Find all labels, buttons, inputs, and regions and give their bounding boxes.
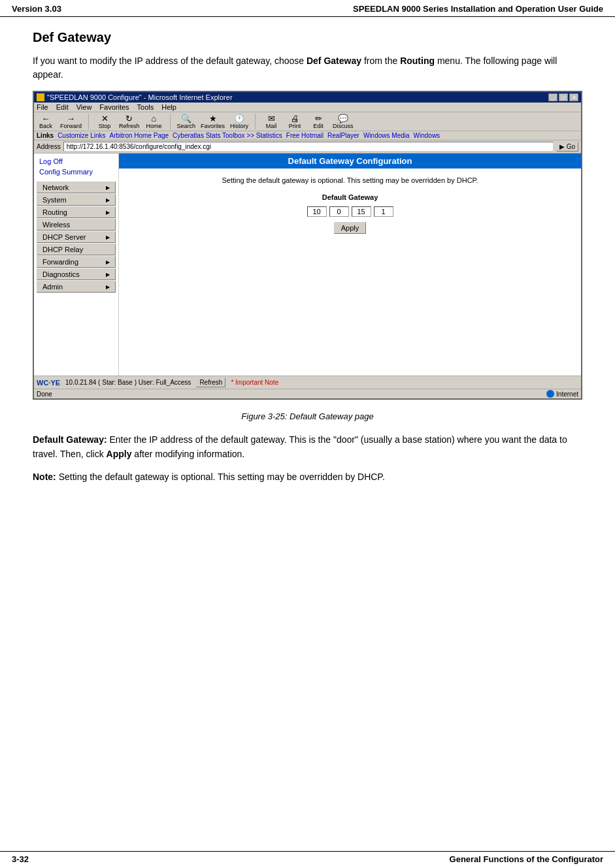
link-realplayer[interactable]: RealPlayer <box>327 132 359 139</box>
history-icon: 🕐 <box>234 114 244 123</box>
browser-menubar[interactable]: File Edit View Favorites Tools Help <box>34 103 581 112</box>
go-button[interactable]: ▶ Go <box>556 142 578 152</box>
sidebar-wireless-label: Wireless <box>42 221 70 229</box>
window-controls[interactable]: _ □ ✕ <box>548 93 578 101</box>
menu-help[interactable]: Help <box>161 103 176 111</box>
figure-caption: Figure 3-25: Default Gateway page <box>33 411 582 421</box>
default-gateway-label: Default Gateway <box>132 193 568 201</box>
sidebar-item-network[interactable]: Network ▶ <box>37 182 116 193</box>
sidebar-item-admin[interactable]: Admin ▶ <box>37 281 116 293</box>
sidebar-item-dhcp-relay[interactable]: DHCP Relay <box>37 244 116 255</box>
search-button[interactable]: 🔍 Search <box>177 114 196 129</box>
titlebar-left: "SPEEDLAN 9000 Configure" - Microsoft In… <box>37 93 233 101</box>
sidebar-divider <box>34 177 118 181</box>
mail-button[interactable]: ✉ Mail <box>262 114 280 129</box>
desc-apply-bold: Apply <box>107 449 132 459</box>
back-icon: ← <box>42 114 50 123</box>
note-paragraph: Note: Setting the default gateway is opt… <box>33 470 582 485</box>
history-button[interactable]: 🕐 History <box>230 114 248 129</box>
print-button[interactable]: 🖨 Print <box>286 114 304 129</box>
main-content: Def Gateway If you want to modify the IP… <box>0 17 615 533</box>
internet-indicator: Internet <box>546 390 578 398</box>
toolbar-sep-2 <box>170 114 171 129</box>
footer-refresh-button[interactable]: Refresh <box>196 378 225 387</box>
forward-button[interactable]: → Forward <box>60 114 82 129</box>
mail-label: Mail <box>266 123 277 129</box>
toolbar-sep-1 <box>88 114 89 129</box>
menu-favorites[interactable]: Favorites <box>99 103 129 111</box>
discuss-button[interactable]: 💬 Discuss <box>333 114 354 129</box>
link-windows-media[interactable]: Windows Media <box>363 132 410 139</box>
sidebar-item-wireless[interactable]: Wireless <box>37 219 116 231</box>
maximize-button[interactable]: □ <box>559 93 568 101</box>
intro-bold-routing: Routing <box>400 56 435 66</box>
favorites-label: Favorites <box>201 123 225 129</box>
links-label: Links <box>37 132 54 139</box>
browser-content-area: Log Off Config Summary Network ▶ System … <box>34 153 581 376</box>
ip-field-1[interactable] <box>307 206 327 217</box>
link-cyberatlas[interactable]: Cyberatlas Stats Toolbox >> Statistics <box>173 132 282 139</box>
stop-label: Stop <box>99 123 111 129</box>
intro-text-2: from the <box>361 56 400 66</box>
forward-label: Forward <box>60 123 82 129</box>
section-title: Def Gateway <box>33 30 582 45</box>
page-footer: 3-32 General Functions of the Configurat… <box>0 851 615 868</box>
back-button[interactable]: ← Back <box>37 114 55 129</box>
page-number: 3-32 <box>12 854 29 864</box>
toolbar-sep-3 <box>255 114 256 129</box>
browser-title: "SPEEDLAN 9000 Configure" - Microsoft In… <box>47 93 233 101</box>
sidebar-item-routing[interactable]: Routing ▶ <box>37 206 116 218</box>
minimize-button[interactable]: _ <box>548 93 557 101</box>
footer-ip-info: 10.0.21.84 ( Star: Base ) User: Full_Acc… <box>65 379 191 386</box>
search-icon: 🔍 <box>181 114 191 123</box>
sidebar-item-forwarding[interactable]: Forwarding ▶ <box>37 256 116 268</box>
page-header: Version 3.03 SPEEDLAN 9000 Series Instal… <box>0 0 615 17</box>
sidebar-config-summary[interactable]: Config Summary <box>34 167 118 177</box>
menu-edit[interactable]: Edit <box>56 103 69 111</box>
sidebar-dhcp-server-label: DHCP Server <box>42 233 86 241</box>
sidebar-diagnostics-label: Diagnostics <box>42 270 80 278</box>
edit-button[interactable]: ✏ Edit <box>309 114 327 129</box>
favorites-button[interactable]: ★ Favorites <box>201 114 225 129</box>
print-icon: 🖨 <box>291 114 299 123</box>
sidebar-item-system[interactable]: System ▶ <box>37 194 116 206</box>
refresh-button[interactable]: ↻ Refresh <box>119 114 140 129</box>
sidebar-dhcp-relay-label: DHCP Relay <box>42 246 83 253</box>
apply-button[interactable]: Apply <box>334 222 367 234</box>
refresh-icon: ↻ <box>125 114 133 123</box>
sidebar-item-dhcp-server[interactable]: DHCP Server ▶ <box>37 231 116 243</box>
address-input[interactable] <box>63 142 554 152</box>
sidebar-forwarding-arrow: ▶ <box>106 259 110 265</box>
link-customize[interactable]: Customize Links <box>58 132 105 139</box>
internet-label: Internet <box>556 391 578 398</box>
sidebar-system-label: System <box>42 196 67 204</box>
sidebar-admin-label: Admin <box>42 283 63 291</box>
ip-field-2[interactable] <box>329 206 349 217</box>
link-hotmail[interactable]: Free Hotmail <box>286 132 324 139</box>
ip-field-3[interactable] <box>352 206 371 217</box>
note-bold-label: Note: <box>33 472 56 482</box>
forward-icon: → <box>67 114 75 123</box>
stop-icon: ✕ <box>101 114 108 123</box>
mail-icon: ✉ <box>268 114 275 123</box>
edit-icon: ✏ <box>315 114 322 123</box>
sidebar-item-diagnostics[interactable]: Diagnostics ▶ <box>37 268 116 280</box>
menu-file[interactable]: File <box>37 103 48 111</box>
link-arbitron[interactable]: Arbitron Home Page <box>109 132 169 139</box>
ip-address-fields <box>132 206 568 217</box>
stop-button[interactable]: ✕ Stop <box>95 114 114 129</box>
back-label: Back <box>39 123 52 129</box>
menu-view[interactable]: View <box>76 103 92 111</box>
links-bar: Links Customize Links Arbitron Home Page… <box>34 131 581 140</box>
footer-important-link[interactable]: * Important Note <box>231 379 278 386</box>
close-button[interactable]: ✕ <box>569 93 578 101</box>
sidebar-log-off[interactable]: Log Off <box>34 156 118 167</box>
print-label: Print <box>289 123 301 129</box>
sidebar-admin-arrow: ▶ <box>106 284 110 290</box>
browser-main-panel: Default Gateway Configuration Setting th… <box>119 153 581 376</box>
ip-field-4[interactable] <box>374 206 393 217</box>
home-button[interactable]: ⌂ Home <box>145 114 163 129</box>
link-windows[interactable]: Windows <box>414 132 440 139</box>
menu-tools[interactable]: Tools <box>137 103 154 111</box>
optional-note-text: Setting the default gateway is optional.… <box>132 176 568 184</box>
